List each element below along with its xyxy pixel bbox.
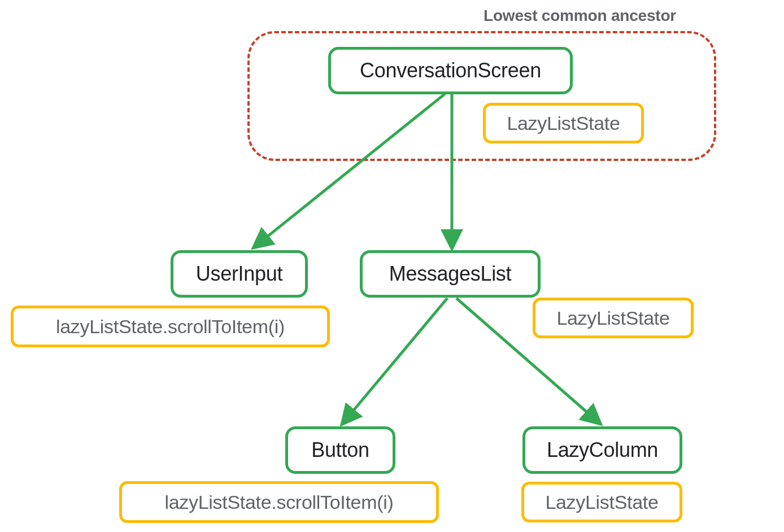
annotation-userinput-action: lazyListState.scrollToItem(i) bbox=[11, 306, 330, 347]
node-conversation-screen: ConversationScreen bbox=[328, 47, 573, 94]
node-lazy-column: LazyColumn bbox=[522, 426, 682, 474]
node-user-input: UserInput bbox=[171, 250, 308, 298]
node-button: Button bbox=[285, 426, 395, 474]
annotation-lazycolumn-state: LazyListState bbox=[521, 482, 682, 522]
diagram-canvas: Lowest common ancestor ConversationScree… bbox=[0, 0, 784, 532]
annotation-conv-state: LazyListState bbox=[483, 103, 644, 143]
annotation-messageslist-state: LazyListState bbox=[533, 298, 694, 338]
lca-label: Lowest common ancestor bbox=[484, 7, 676, 25]
arrow-messages-to-button bbox=[343, 298, 447, 422]
node-messages-list: MessagesList bbox=[360, 250, 541, 298]
annotation-button-action: lazyListState.scrollToItem(i) bbox=[119, 481, 439, 523]
